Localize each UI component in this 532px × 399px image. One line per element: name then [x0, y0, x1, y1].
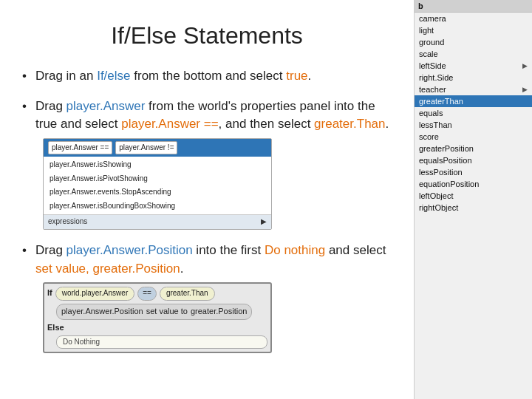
panel-item-lessposition[interactable]: lessPosition — [415, 166, 532, 178]
page-title: If/Else Statements — [22, 22, 392, 50]
panel-item-rightobject[interactable]: rightObject — [415, 202, 532, 214]
panel-item-equationposition[interactable]: equationPosition — [415, 178, 532, 190]
greater-than-pill[interactable]: greater.Than — [160, 287, 215, 301]
panel-item-equalsposition[interactable]: equalsPosition — [415, 154, 532, 166]
ifelse-link: If/else — [97, 69, 130, 83]
panel-item-rightside[interactable]: right.Side — [415, 72, 532, 83]
greater-position-highlight: greater.Position — [93, 262, 180, 276]
world-pill[interactable]: world.player.Answer — [55, 287, 134, 301]
else-label: Else — [47, 322, 267, 334]
block-indent: player.Answer.Position set value to grea… — [56, 304, 267, 320]
expressions-bar: expressions ▶ — [44, 214, 271, 229]
panel-item-camera[interactable]: camera — [415, 13, 532, 24]
panel-item-lessthan[interactable]: lessThan — [415, 119, 532, 131]
list-item: Drag player.Answer.Position into the fir… — [22, 242, 392, 353]
dropdown-inset: player.Answer == player.Answer != player… — [43, 138, 272, 230]
panel-item-greaterthan[interactable]: greaterThan — [415, 95, 532, 107]
list-item-ispivot[interactable]: player.Answer.isPivotShowing — [44, 172, 271, 186]
dropdown-row: player.Answer == player.Answer != — [44, 139, 271, 157]
panel-item-leftside[interactable]: leftSide ▶ — [415, 60, 532, 72]
panel-item-leftobject[interactable]: leftObject — [415, 190, 532, 202]
right-panel: b camera light ground scale leftSide ▶ r… — [414, 0, 532, 399]
panel-item-ground[interactable]: ground — [415, 36, 532, 48]
list-item: Drag player.Answer from the world's prop… — [22, 98, 392, 230]
do-nothing-highlight: Do nothing — [265, 243, 325, 257]
panel-item-equals[interactable]: equals — [415, 107, 532, 119]
arrow-icon: ▶ — [522, 86, 528, 93]
block-editor: If world.player.Answer == greater.Than p… — [43, 282, 272, 353]
action-pill: player.Answer.Position — [61, 306, 143, 318]
if-row: If world.player.Answer == greater.Than — [47, 287, 267, 301]
do-nothing-pill[interactable]: Do Nothing — [56, 335, 267, 349]
dropdown-list: player.Answer.isShowing player.Answer.is… — [44, 157, 271, 214]
true-highlight: true — [286, 69, 307, 83]
player-answer-position-link: player.Answer.Position — [66, 243, 193, 257]
panel-header: b — [415, 0, 532, 13]
if-label: If — [47, 287, 52, 299]
player-answer-link: player.Answer — [66, 99, 146, 113]
content-area: If/Else Statements Drag in an If/else fr… — [0, 0, 414, 399]
value-pill: greater.Position — [191, 306, 247, 318]
bullet-list: Drag in an If/else from the bottom and s… — [22, 67, 392, 353]
eq-highlight: player.Answer == — [121, 117, 218, 131]
arrow-icon: ▶ — [522, 62, 528, 69]
set-value-highlight: set value, — [35, 262, 89, 276]
dropdown-option-eq[interactable]: player.Answer == — [48, 141, 112, 155]
set-value-row[interactable]: player.Answer.Position set value to grea… — [56, 304, 252, 320]
eq-operator[interactable]: == — [137, 287, 157, 301]
panel-item-scale[interactable]: scale — [415, 48, 532, 60]
panel-item-score[interactable]: score — [415, 131, 532, 143]
list-item: Drag in an If/else from the bottom and s… — [22, 67, 392, 86]
list-item-stopascending[interactable]: player.Answer.events.StopAscending — [44, 185, 271, 200]
main-container: If/Else Statements Drag in an If/else fr… — [0, 0, 532, 399]
list-item-isbounding[interactable]: player.Answer.isBoundingBoxShowing — [44, 200, 271, 214]
set-label: set value to — [146, 306, 188, 318]
list-item-isshowing[interactable]: player.Answer.isShowing — [44, 158, 271, 172]
panel-item-light[interactable]: light — [415, 24, 532, 36]
greater-than-highlight: greater.Than — [314, 117, 385, 131]
panel-item-greaterposition[interactable]: greaterPosition — [415, 143, 532, 154]
dropdown-option-neq[interactable]: player.Answer != — [115, 141, 177, 155]
panel-item-teacher[interactable]: teacher ▶ — [415, 83, 532, 95]
